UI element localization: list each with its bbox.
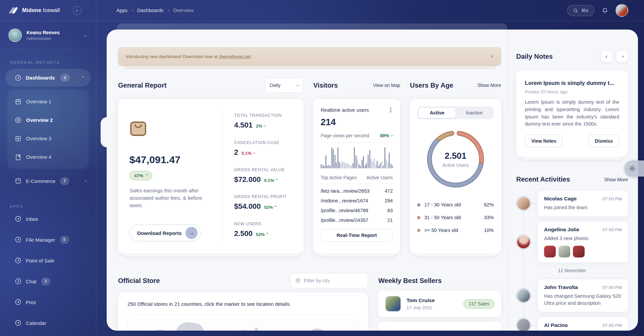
seller-avatar	[385, 296, 401, 312]
sidebar-item-ecommerce[interactable]: E-Commerce 2	[5, 174, 91, 188]
activity-card[interactable]: Angelina Jolie 07:00 PM Added 3 new phot…	[538, 222, 628, 262]
banner-close-icon[interactable]: ×	[490, 53, 493, 60]
avatar	[516, 318, 531, 331]
photo-thumbnail[interactable]	[573, 246, 585, 257]
bar	[384, 147, 385, 168]
bar	[331, 147, 332, 168]
user-avatar[interactable]	[615, 4, 628, 17]
photo-thumbnail[interactable]	[544, 246, 556, 257]
notes-prev-button[interactable]	[601, 51, 612, 62]
section-headers-row: General Report Daily Visitors View on Ma…	[118, 78, 501, 93]
profile-arrow-icon[interactable]: →	[82, 32, 88, 38]
breadcrumb-dashboards[interactable]: Dashboards	[137, 8, 163, 13]
filter-by-city-input[interactable]: Filter by city	[290, 273, 368, 288]
activity-timeline: Nicolas Cage 07:00 PM Has joined the tea…	[516, 191, 628, 331]
active-page-row[interactable]: /profile...review/2435721	[321, 218, 393, 223]
sidebar-item-overview-3[interactable]: Overview 3	[7, 129, 89, 148]
stat-delta[interactable]: 2%	[256, 124, 266, 129]
seller-card[interactable]: Tom Cruise 17 July 2021 137 Sales	[378, 291, 501, 317]
users-show-more-link[interactable]: Show More	[477, 83, 501, 88]
recent-activities-header: Recent Activities Show More	[516, 176, 628, 183]
sidebar-item-post[interactable]: Post	[5, 292, 91, 313]
notifications-button[interactable]	[602, 7, 608, 14]
sidebar-item-calendar[interactable]: Calendar	[5, 313, 91, 333]
sidebar-item-overview-1[interactable]: Overview 1	[7, 92, 89, 111]
dashboards-submenu: Overview 1 Overview 2 Overview 3 Overvie…	[7, 90, 89, 169]
dashed-divider	[222, 111, 223, 241]
stat-delta[interactable]: 52%	[264, 205, 276, 210]
notes-next-button[interactable]	[616, 51, 628, 62]
view-on-map-link[interactable]: View on Map	[373, 83, 400, 88]
dismiss-button[interactable]: Dismiss	[588, 135, 619, 147]
right-column: Daily Notes Lorem Ipsum is simply dummy …	[508, 30, 638, 331]
world-map[interactable]	[127, 314, 359, 331]
earnings-change-badge[interactable]: 47%	[129, 171, 152, 180]
view-notes-button[interactable]: View Notes	[525, 135, 562, 147]
sidebar-item-inbox[interactable]: Inbox	[5, 208, 91, 229]
stat-delta[interactable]: 0.1%	[241, 151, 255, 156]
activity-card[interactable]: Nicolas Cage 07:00 PM Has joined the tea…	[538, 191, 628, 216]
page-users: 21	[387, 218, 393, 223]
sidebar-collapse-button[interactable]	[73, 6, 82, 15]
weekly-sellers-column: Tom Cruise 17 July 2021 137 Sales	[378, 288, 501, 331]
report-stat: GROSS RENTAL VALUE$72.0000.1%	[234, 167, 292, 184]
item-badge: 3	[41, 278, 50, 285]
tab-active[interactable]: Active	[418, 107, 456, 118]
tab-inactive[interactable]: Inactive	[456, 107, 493, 118]
legend-label: 31 - 50 Years old	[424, 215, 461, 220]
delta-value: 2%	[256, 124, 262, 129]
settings-button[interactable]	[625, 160, 644, 177]
report-stat: GROSS RENTAL PROFIT$54.00052%	[234, 194, 292, 211]
box-icon	[15, 178, 21, 184]
activity-card[interactable]: John Travolta 07:00 PM Has changed Samsu…	[538, 279, 628, 312]
active-page-row[interactable]: /letz-lara...review/2653472	[321, 188, 393, 194]
period-select[interactable]: Daily	[265, 78, 304, 93]
sidebar-divider	[96, 0, 96, 336]
themeforest-link[interactable]: themeforest.net	[219, 54, 251, 59]
sidebar-item-dashboards[interactable]: Dashboards 4	[5, 69, 91, 86]
sidebar-item-overview-2[interactable]: Overview 2	[7, 111, 89, 129]
download-reports-button[interactable]: Download Reports →	[129, 225, 201, 241]
bar	[337, 147, 338, 168]
banner-text: Introducing new dashboard! Download now …	[126, 54, 218, 59]
sidebar-profile[interactable]: Keanu Reeves Administrator →	[0, 21, 96, 50]
photo-thumbnail[interactable]	[558, 246, 570, 257]
sidebar-item-point-of-sale[interactable]: Point of Sale	[5, 250, 91, 271]
bar	[353, 163, 354, 168]
avatar	[516, 196, 531, 211]
search-button[interactable]: ⌘K	[567, 5, 594, 16]
activity-card[interactable]: Al Pacino 07:00 PM	[538, 317, 628, 331]
stat-delta[interactable]: 52%	[256, 232, 268, 237]
brand: Midone Icewall	[0, 0, 96, 21]
bar	[333, 149, 334, 168]
active-page-row[interactable]: /midone...review/1674294	[321, 198, 393, 203]
bar	[389, 153, 390, 168]
stat-value-row: $72.0000.1%	[234, 175, 292, 184]
donut-center: 2.501 Active Users	[423, 127, 488, 192]
kebab-menu-icon[interactable]: •••	[389, 107, 393, 113]
column-top-active-pages: Top Active Pages	[321, 175, 357, 180]
activity-item: Angelina Jolie 07:00 PM Added 3 new phot…	[516, 222, 628, 262]
announcement-banner: Introducing new dashboard! Download now …	[118, 47, 501, 66]
world-map-svg	[128, 319, 358, 331]
realtime-report-button[interactable]: Real-Time Report	[321, 229, 393, 242]
active-page-row[interactable]: /profile...review/4678983	[321, 208, 393, 213]
page-path: /midone...review/1674	[321, 198, 368, 203]
sidebar-item-overview-4[interactable]: Overview 4	[7, 148, 89, 166]
stat-delta[interactable]: 0.1%	[264, 178, 278, 183]
sales-badge[interactable]: 137 Sales	[464, 299, 494, 308]
sidebar-item-chat[interactable]: Chat3	[5, 271, 91, 292]
weekly-best-sellers-title: Weekly Best Sellers	[378, 277, 442, 285]
official-store-title: Official Store	[118, 277, 160, 285]
gauge-icon	[15, 278, 21, 285]
page-views-delta[interactable]: 49%	[380, 133, 393, 138]
breadcrumb-apps[interactable]: Apps	[116, 8, 127, 13]
map-pin-icon	[295, 278, 301, 283]
activities-show-more-link[interactable]: Show More	[604, 177, 628, 182]
sidebar-item-file-manager[interactable]: File Manager5	[5, 229, 91, 250]
bar	[339, 162, 340, 168]
stat-value-row: 20.1%	[234, 148, 292, 157]
legend-label: >= 50 Years old	[424, 228, 458, 233]
stat-value-row: 2.50052%	[234, 229, 292, 238]
activity-time: 07:00 PM	[602, 196, 622, 201]
